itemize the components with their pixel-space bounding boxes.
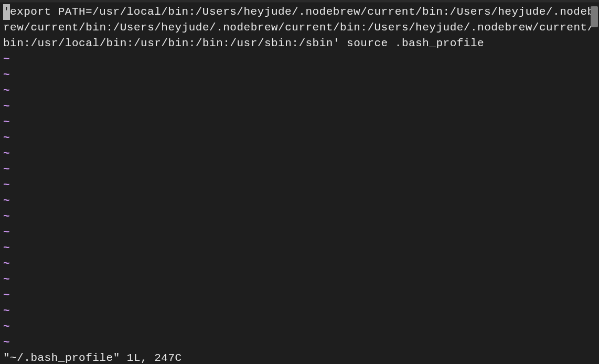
empty-line-tilde: ~ (3, 51, 596, 67)
scrollbar-thumb[interactable] (591, 6, 598, 27)
status-text: "~/.bash_profile" 1L, 247C (3, 352, 182, 364)
empty-line-tilde: ~ (3, 224, 596, 240)
empty-line-tilde: ~ (3, 67, 596, 83)
empty-line-tilde: ~ (3, 177, 596, 193)
empty-line-tilde: ~ (3, 83, 596, 99)
vim-editor[interactable]: 'export PATH=/usr/local/bin:/Users/heyju… (0, 3, 599, 364)
empty-line-tilde: ~ (3, 272, 596, 287)
empty-line-tilde: ~ (3, 319, 596, 335)
empty-line-tilde: ~ (3, 99, 596, 114)
empty-line-tilde: ~ (3, 256, 596, 272)
empty-line-tilde: ~ (3, 303, 596, 319)
editor-buffer[interactable]: 'export PATH=/usr/local/bin:/Users/heyju… (3, 4, 596, 350)
cursor: ' (3, 4, 10, 20)
empty-line-tilde: ~ (3, 162, 596, 177)
file-content-line: export PATH=/usr/local/bin:/Users/heyjud… (3, 6, 594, 49)
empty-line-tilde: ~ (3, 335, 596, 350)
empty-line-tilde: ~ (3, 209, 596, 224)
empty-line-tilde: ~ (3, 130, 596, 146)
vim-status-line: "~/.bash_profile" 1L, 247C (3, 350, 596, 364)
empty-line-tilde: ~ (3, 114, 596, 130)
empty-line-tilde: ~ (3, 287, 596, 303)
empty-line-tilde: ~ (3, 146, 596, 162)
empty-line-tilde: ~ (3, 193, 596, 209)
terminal-window: 'export PATH=/usr/local/bin:/Users/heyju… (0, 0, 599, 364)
empty-line-tilde: ~ (3, 240, 596, 256)
